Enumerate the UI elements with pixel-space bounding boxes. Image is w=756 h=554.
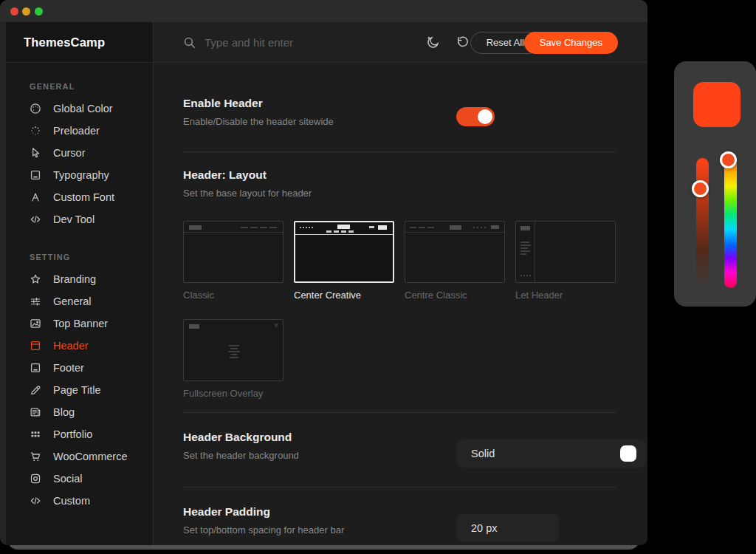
footer-icon [29,361,42,375]
divider [183,487,616,488]
background-color-swatch[interactable] [620,445,636,462]
sidebar-item-label: Blog [53,406,75,418]
thumb-sidebar [516,222,535,282]
layout-option-centre-classic[interactable]: Centre Classic [405,221,505,301]
layout-options-row-2: × Fullscreen Overlay [183,319,616,399]
save-changes-button[interactable]: Save Changes [524,32,618,54]
sidebar-item-label: Cursor [53,147,86,159]
header-background-section: Header Background Set the header backgro… [183,431,616,463]
sidebar-item-label: Top Banner [53,318,108,329]
window-close-button[interactable] [10,7,18,16]
toolbar: Reset All Save Changes [154,22,647,63]
thumb-topbar [184,222,283,233]
layout-option-center-creative[interactable]: Center Creative [294,221,394,301]
sidebar-item-label: Typography [53,169,109,181]
reset-icon[interactable] [455,35,470,50]
window-minimize-button[interactable] [22,7,30,16]
section-title: Enable Header [183,97,616,110]
layout-option-label: Let Header [515,290,616,301]
enable-header-toggle[interactable] [456,107,495,126]
layout-option-label: Fullscreen Overlay [183,388,284,399]
main-area: Reset All Save Changes Enable Header Ena… [154,22,647,545]
sidebar-item-cursor[interactable]: Cursor [6,142,153,164]
header-padding-input[interactable]: 20 px [456,514,559,542]
palette-icon [29,102,42,115]
sidebar-item-global-color[interactable]: Global Color [6,98,153,120]
layout-thumbnail-selected[interactable] [294,221,394,283]
sidebar-item-header[interactable]: Header [6,335,153,357]
layout-thumbnail[interactable] [515,221,616,283]
sidebar-item-blog[interactable]: Blog [6,401,153,423]
sidebar-item-label: Portfolio [53,428,92,440]
grid-icon [29,428,42,441]
thumb-topbar [295,222,393,235]
section-description: Set the base layout for header [183,188,616,199]
sidebar-item-general[interactable]: General [6,290,153,312]
app-logo: ThemesCamp [24,35,105,49]
section-description: Enable/Disable the header sitewide [183,116,616,127]
sidebar-item-woocommerce[interactable]: WooCommerce [6,445,153,468]
header-background-select[interactable]: Solid [456,440,646,468]
settings-content: Enable Header Enable/Disable the header … [154,63,647,545]
hue-slider-handle[interactable] [720,151,737,168]
close-icon: × [274,322,278,329]
shade-slider[interactable] [696,158,709,287]
code-icon [29,494,42,507]
sidebar-item-label: Header [53,340,89,352]
divider [183,412,616,413]
star-icon [29,273,42,286]
sidebar-item-label: Social [53,473,83,485]
header-layout-section: Header: Layout Set the base layout for h… [183,168,616,199]
sidebar-item-label: Custom Font [53,191,114,203]
divider [183,151,616,152]
layout-thumbnail[interactable] [183,221,284,283]
sidebar-item-label: Custom [53,495,90,507]
sidebar-item-preloader[interactable]: Preloader [6,120,153,142]
sidebar-item-portfolio[interactable]: Portfolio [6,423,153,445]
layout-option-label: Center Creative [294,290,394,301]
layout-thumbnail[interactable] [405,221,505,283]
color-swatch[interactable] [693,82,740,127]
layout-option-label: Centre Classic [405,290,505,301]
layout-option-classic[interactable]: Classic [183,221,284,301]
sidebar: ThemesCamp GENERAL Global Color Preloade… [6,22,154,545]
hue-slider[interactable] [724,157,737,288]
cursor-icon [29,146,42,160]
layout-option-fullscreen-overlay[interactable]: × Fullscreen Overlay [183,319,284,399]
search-input[interactable] [205,33,374,52]
thumb-topbar [405,222,504,233]
sidebar-item-page-title[interactable]: Page Title [6,379,153,401]
layout-options-row-1: Classic [183,221,616,301]
sidebar-item-custom[interactable]: Custom [6,490,153,512]
sidebar-item-social[interactable]: Social [6,468,153,490]
pencil-icon [29,383,42,397]
sidebar-item-branding[interactable]: Branding [6,268,153,290]
search-icon [182,35,197,50]
layout-option-let-header[interactable]: Let Header [515,221,616,301]
sidebar-item-label: Preloader [53,125,100,137]
shade-slider-handle[interactable] [692,180,709,197]
select-value: Solid [471,448,495,459]
header-padding-section: Header Padding Set top/bottom spacing fo… [183,505,616,538]
sidebar-item-top-banner[interactable]: Top Banner [6,312,153,335]
input-value: 20 px [471,522,497,534]
toggle-knob [478,109,492,124]
sidebar-item-label: General [53,295,92,307]
font-icon [29,191,42,204]
sidebar-item-label: Page Title [53,384,101,396]
sliders-icon [29,295,42,308]
moon-icon[interactable] [425,35,441,50]
sidebar-item-footer[interactable]: Footer [6,357,153,379]
window-maximize-button[interactable] [35,7,43,16]
sidebar-item-dev-tool[interactable]: Dev Tool [6,208,153,230]
sidebar-item-custom-font[interactable]: Custom Font [6,186,153,208]
image-icon [29,317,42,330]
sidebar-item-label: Footer [53,362,84,374]
sidebar-item-label: WooCommerce [53,451,127,462]
sidebar-section-setting: SETTING [30,253,153,261]
sidebar-item-typography[interactable]: Typography [6,164,153,186]
enable-header-section: Enable Header Enable/Disable the header … [183,97,616,127]
layout-thumbnail[interactable]: × [183,319,284,381]
code-icon [29,213,42,226]
color-picker-panel [674,61,756,307]
